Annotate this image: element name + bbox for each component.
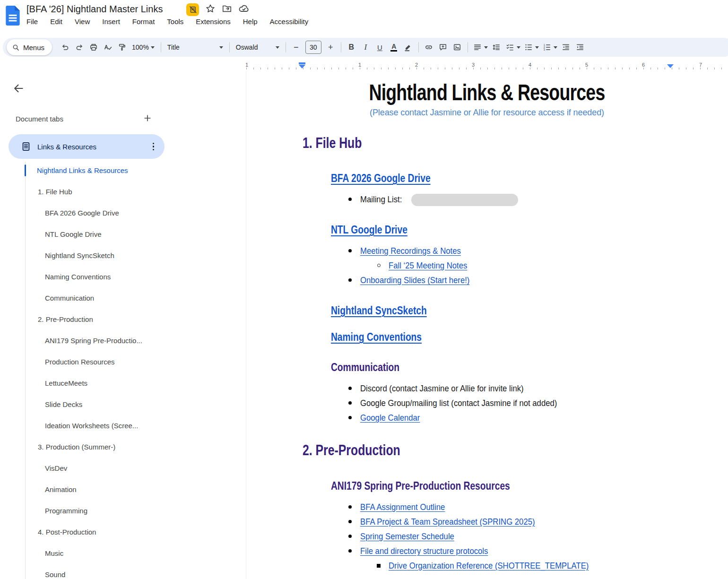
menu-view[interactable]: View [75, 17, 90, 26]
menu-file[interactable]: File [26, 17, 38, 26]
outline-item[interactable]: VisDev [0, 458, 246, 479]
outline-item[interactable]: Naming Conventions [0, 266, 246, 287]
doc-bullet-item[interactable]: Spring Semester Schedule [303, 529, 671, 544]
doc-link-heading[interactable]: Nightland SyncSketch [331, 303, 671, 318]
doc-bullet-item[interactable]: File and directory structure protocols [303, 544, 671, 558]
doc-link[interactable]: Google Calendar [360, 410, 420, 425]
decrease-indent-button[interactable] [559, 40, 573, 54]
outline-item[interactable]: Sound [0, 564, 246, 579]
increase-font-size-button[interactable]: + [324, 40, 338, 54]
outline-item[interactable]: Animation [0, 479, 246, 500]
outline-item[interactable]: NTL Google Drive [0, 224, 246, 245]
italic-button[interactable]: I [359, 40, 373, 54]
offline-unavailable-icon[interactable] [186, 3, 199, 16]
outline-item[interactable]: 3. Production (Summer-) [0, 436, 246, 458]
menu-accessibility[interactable]: Accessibility [270, 17, 309, 26]
highlight-color-button[interactable] [401, 40, 415, 54]
doc-link[interactable]: Onboarding Slides (Start here!) [360, 273, 469, 287]
checklist-button[interactable] [504, 40, 522, 54]
bold-button[interactable]: B [345, 40, 358, 54]
outline-item[interactable]: Nightland Links & Resources [0, 160, 246, 181]
doc-bullet-item[interactable]: Fall ‘25 Meeting Notes [303, 258, 671, 273]
cloud-saved-icon[interactable] [238, 3, 250, 16]
doc-link[interactable]: Drive Organization Reference (SHOTTREE_T… [389, 558, 589, 573]
paragraph-style-select[interactable]: Title [165, 40, 226, 54]
doc-bullet-item[interactable]: Google Calendar [303, 410, 671, 425]
bulleted-list-button[interactable] [522, 40, 540, 54]
outline-item[interactable]: 4. Post-Production [0, 521, 246, 543]
decrease-font-size-button[interactable]: − [289, 40, 303, 54]
right-indent-marker[interactable] [667, 64, 674, 68]
doc-link[interactable]: Fall ‘25 Meeting Notes [389, 258, 467, 273]
document-canvas[interactable]: Nightland Links & Resources (Please cont… [246, 71, 728, 579]
insert-link-button[interactable] [422, 40, 436, 54]
doc-bullet-item[interactable]: BFA Assignment Outline [303, 500, 671, 514]
close-sidebar-button[interactable] [12, 82, 25, 96]
menus-search-button[interactable]: Menus [7, 39, 52, 55]
outline-item[interactable]: Communication [0, 287, 246, 309]
doc-link[interactable]: Meeting Recordings & Notes [360, 243, 461, 258]
menu-bar: FileEditViewInsertFormatToolsExtensionsH… [26, 17, 308, 26]
doc-text: Google Group/mailing list (contact Jasmi… [360, 396, 557, 410]
underline-button[interactable]: U [373, 40, 387, 54]
zoom-select[interactable]: 100% [129, 40, 157, 54]
undo-button[interactable] [58, 40, 72, 54]
document-title-text[interactable]: [BFA '26] Nightland Master Links [26, 4, 163, 15]
menu-extensions[interactable]: Extensions [196, 17, 230, 26]
numbered-list-button[interactable]: 1 2 3 [541, 40, 559, 54]
outline-item[interactable]: 2. Pre-Production [0, 309, 246, 330]
print-button[interactable] [87, 40, 100, 54]
redo-button[interactable] [72, 40, 86, 54]
menu-edit[interactable]: Edit [50, 17, 62, 26]
outline-item[interactable]: 1. File Hub [0, 181, 246, 202]
text-color-button[interactable]: A [387, 40, 401, 54]
google-docs-icon[interactable] [5, 5, 21, 28]
chevron-down-icon [219, 46, 223, 49]
spell-check-button[interactable] [101, 40, 114, 54]
tab-more-options-icon[interactable] [153, 143, 155, 151]
menu-insert[interactable]: Insert [102, 17, 120, 26]
document-tabs-sidebar: Document tabs Links & Resources Nightlan… [0, 71, 246, 579]
outline-item[interactable]: Nightland SyncSketch [0, 245, 246, 266]
line-spacing-button[interactable] [490, 40, 503, 54]
menu-tools[interactable]: Tools [167, 17, 183, 26]
move-folder-icon[interactable] [222, 3, 232, 16]
doc-link[interactable]: BFA Project & Team Spreadsheet (SPRING 2… [360, 514, 535, 529]
add-comment-button[interactable] [436, 40, 450, 54]
star-icon[interactable] [205, 3, 216, 16]
doc-bullet-item[interactable]: BFA Project & Team Spreadsheet (SPRING 2… [303, 514, 671, 529]
tab-outline: Nightland Links & Resources1. File HubBF… [0, 160, 246, 579]
outline-item[interactable]: LettuceMeets [0, 372, 246, 394]
doc-bullet-item[interactable]: Meeting Recordings & Notes [303, 243, 671, 258]
align-button[interactable] [471, 40, 489, 54]
add-tab-button[interactable] [143, 113, 152, 125]
outline-item[interactable]: Slide Decks [0, 394, 246, 415]
menu-format[interactable]: Format [132, 17, 155, 26]
outline-item[interactable]: Music [0, 543, 246, 564]
tab-links-and-resources[interactable]: Links & Resources [9, 134, 165, 159]
font-family-select[interactable]: Oswald [233, 40, 282, 54]
insert-image-button[interactable] [451, 40, 464, 54]
align-left-icon [473, 43, 482, 52]
outline-item[interactable]: Ideation Worksheets (Scree... [0, 415, 246, 436]
ruler-number: 2 [414, 62, 419, 68]
doc-link-heading[interactable]: BFA 2026 Google Drive [331, 171, 671, 185]
ruler-number: 1 [357, 62, 363, 68]
doc-link[interactable]: File and directory structure protocols [360, 544, 488, 558]
outline-item[interactable]: Programming [0, 500, 246, 521]
chevron-down-icon [535, 46, 539, 49]
menu-help[interactable]: Help [243, 17, 258, 26]
doc-bullet-item[interactable]: Onboarding Slides (Start here!) [303, 273, 671, 287]
doc-bullet-item[interactable]: Drive Organization Reference (SHOTTREE_T… [303, 558, 671, 573]
font-size-input[interactable]: 30 [305, 41, 321, 54]
outline-item[interactable]: BFA 2026 Google Drive [0, 202, 246, 224]
doc-link-heading[interactable]: NTL Google Drive [331, 223, 671, 237]
outline-item[interactable]: Production Resources [0, 351, 246, 372]
left-indent-marker[interactable] [299, 62, 305, 69]
doc-link[interactable]: BFA Assignment Outline [360, 500, 445, 514]
doc-link[interactable]: Spring Semester Schedule [360, 529, 454, 544]
paint-format-button[interactable] [115, 40, 129, 54]
outline-item[interactable]: ANI179 Spring Pre-Productio... [0, 330, 246, 351]
increase-indent-button[interactable] [573, 40, 587, 54]
doc-link-heading[interactable]: Naming Conventions [331, 330, 671, 344]
